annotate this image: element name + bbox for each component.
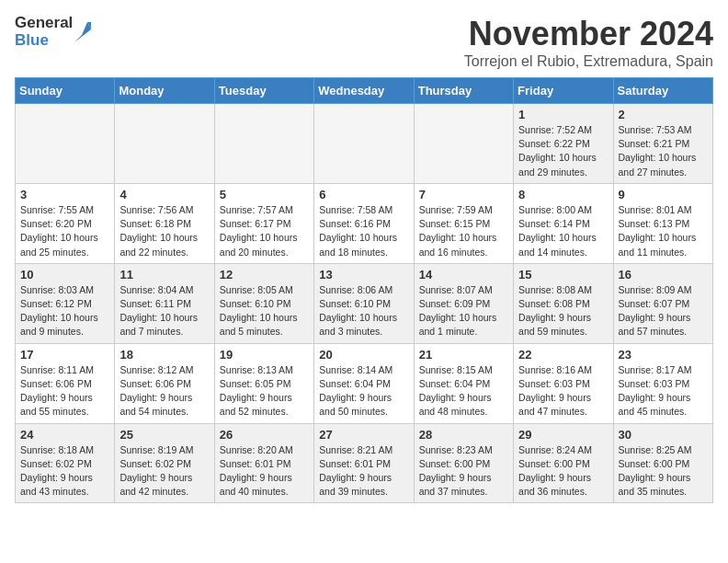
week-row-5: 24Sunrise: 8:18 AM Sunset: 6:02 PM Dayli… [16,423,713,503]
day-number: 2 [619,108,708,121]
day-number: 11 [119,268,209,282]
day-number: 3 [20,188,109,201]
calendar-cell-w3-d4: 14Sunrise: 8:07 AM Sunset: 6:09 PM Dayli… [414,263,513,343]
cell-info: Sunrise: 8:12 AM Sunset: 6:06 PM Dayligh… [119,363,209,419]
calendar-cell-w5-d0: 24Sunrise: 8:18 AM Sunset: 6:02 PM Dayli… [16,423,115,503]
cell-info: Sunrise: 8:20 AM Sunset: 6:01 PM Dayligh… [220,443,309,500]
day-number: 29 [518,428,608,442]
cell-info: Sunrise: 8:17 AM Sunset: 6:03 PM Dayligh… [619,363,708,419]
calendar-cell-w4-d1: 18Sunrise: 8:12 AM Sunset: 6:06 PM Dayli… [115,343,214,423]
day-number: 26 [220,428,309,442]
month-title: November 2024 [464,15,713,53]
day-number: 4 [119,188,209,201]
calendar-cell-w3-d2: 12Sunrise: 8:05 AM Sunset: 6:10 PM Dayli… [214,263,313,343]
day-number: 12 [220,268,309,282]
calendar-cell-w1-d1 [115,104,214,184]
logo-bird-icon [74,22,91,42]
day-number: 18 [119,348,209,362]
day-number: 8 [518,188,608,201]
cell-info: Sunrise: 7:56 AM Sunset: 6:18 PM Dayligh… [119,203,209,259]
calendar-cell-w3-d1: 11Sunrise: 8:04 AM Sunset: 6:11 PM Dayli… [115,263,214,343]
cell-info: Sunrise: 8:04 AM Sunset: 6:11 PM Dayligh… [119,283,209,339]
day-number: 15 [518,268,608,282]
day-number: 13 [319,268,408,282]
day-number: 10 [20,268,109,282]
page-header: General Blue November 2024 Torrejon el R… [15,15,713,70]
header-friday: Friday [514,78,613,104]
location-subtitle: Torrejon el Rubio, Extremadura, Spain [464,53,713,70]
cell-info: Sunrise: 8:24 AM Sunset: 6:00 PM Dayligh… [518,443,608,500]
day-number: 17 [20,348,109,362]
cell-info: Sunrise: 8:11 AM Sunset: 6:06 PM Dayligh… [20,363,109,419]
calendar-table: Sunday Monday Tuesday Wednesday Thursday… [15,77,713,503]
title-block: November 2024 Torrejon el Rubio, Extrema… [464,15,713,70]
calendar-cell-w5-d2: 26Sunrise: 8:20 AM Sunset: 6:01 PM Dayli… [214,423,313,503]
header-row: Sunday Monday Tuesday Wednesday Thursday… [16,78,713,104]
day-number: 27 [319,428,408,442]
calendar-cell-w3-d0: 10Sunrise: 8:03 AM Sunset: 6:12 PM Dayli… [16,263,115,343]
day-number: 7 [419,188,508,201]
cell-info: Sunrise: 8:13 AM Sunset: 6:05 PM Dayligh… [220,363,309,419]
calendar-cell-w1-d3 [314,104,414,184]
calendar-cell-w4-d3: 20Sunrise: 8:14 AM Sunset: 6:04 PM Dayli… [314,343,414,423]
cell-info: Sunrise: 8:09 AM Sunset: 6:07 PM Dayligh… [619,283,708,339]
cell-info: Sunrise: 8:16 AM Sunset: 6:03 PM Dayligh… [518,363,608,419]
cell-info: Sunrise: 8:18 AM Sunset: 6:02 PM Dayligh… [20,443,109,500]
calendar-cell-w5-d1: 25Sunrise: 8:19 AM Sunset: 6:02 PM Dayli… [115,423,214,503]
day-number: 25 [119,428,209,442]
calendar-cell-w1-d4 [414,104,513,184]
cell-info: Sunrise: 8:05 AM Sunset: 6:10 PM Dayligh… [220,283,309,339]
cell-info: Sunrise: 7:55 AM Sunset: 6:20 PM Dayligh… [20,203,109,259]
day-number: 19 [220,348,309,362]
calendar-cell-w2-d5: 8Sunrise: 8:00 AM Sunset: 6:14 PM Daylig… [514,183,613,263]
day-number: 21 [419,348,508,362]
calendar-cell-w4-d5: 22Sunrise: 8:16 AM Sunset: 6:03 PM Dayli… [514,343,613,423]
cell-info: Sunrise: 8:21 AM Sunset: 6:01 PM Dayligh… [319,443,408,500]
day-number: 30 [619,428,708,442]
calendar-cell-w2-d3: 6Sunrise: 7:58 AM Sunset: 6:16 PM Daylig… [314,183,414,263]
cell-info: Sunrise: 8:14 AM Sunset: 6:04 PM Dayligh… [319,363,408,419]
cell-info: Sunrise: 7:57 AM Sunset: 6:17 PM Dayligh… [220,203,309,259]
svg-marker-0 [74,22,91,42]
calendar-cell-w1-d2 [214,104,313,184]
cell-info: Sunrise: 7:59 AM Sunset: 6:15 PM Dayligh… [419,203,508,259]
header-sunday: Sunday [16,78,115,104]
calendar-cell-w1-d0 [16,104,115,184]
calendar-cell-w1-d6: 2Sunrise: 7:53 AM Sunset: 6:21 PM Daylig… [613,104,712,184]
logo: General Blue [15,15,91,49]
day-number: 22 [518,348,608,362]
calendar-cell-w4-d6: 23Sunrise: 8:17 AM Sunset: 6:03 PM Dayli… [613,343,712,423]
day-number: 9 [619,188,708,201]
header-tuesday: Tuesday [214,78,313,104]
day-number: 14 [419,268,508,282]
calendar-cell-w2-d6: 9Sunrise: 8:01 AM Sunset: 6:13 PM Daylig… [613,183,712,263]
header-wednesday: Wednesday [314,78,414,104]
calendar-cell-w4-d4: 21Sunrise: 8:15 AM Sunset: 6:04 PM Dayli… [414,343,513,423]
calendar-cell-w5-d3: 27Sunrise: 8:21 AM Sunset: 6:01 PM Dayli… [314,423,414,503]
cell-info: Sunrise: 7:58 AM Sunset: 6:16 PM Dayligh… [319,203,408,259]
cell-info: Sunrise: 8:19 AM Sunset: 6:02 PM Dayligh… [119,443,209,500]
week-row-1: 1Sunrise: 7:52 AM Sunset: 6:22 PM Daylig… [16,104,713,184]
week-row-2: 3Sunrise: 7:55 AM Sunset: 6:20 PM Daylig… [16,183,713,263]
calendar-cell-w3-d5: 15Sunrise: 8:08 AM Sunset: 6:08 PM Dayli… [514,263,613,343]
header-monday: Monday [115,78,214,104]
calendar-cell-w2-d4: 7Sunrise: 7:59 AM Sunset: 6:15 PM Daylig… [414,183,513,263]
cell-info: Sunrise: 8:25 AM Sunset: 6:00 PM Dayligh… [619,443,708,500]
calendar-cell-w2-d0: 3Sunrise: 7:55 AM Sunset: 6:20 PM Daylig… [16,183,115,263]
day-number: 23 [619,348,708,362]
cell-info: Sunrise: 8:06 AM Sunset: 6:10 PM Dayligh… [319,283,408,339]
calendar-cell-w4-d0: 17Sunrise: 8:11 AM Sunset: 6:06 PM Dayli… [16,343,115,423]
day-number: 20 [319,348,408,362]
cell-info: Sunrise: 8:15 AM Sunset: 6:04 PM Dayligh… [419,363,508,419]
week-row-4: 17Sunrise: 8:11 AM Sunset: 6:06 PM Dayli… [16,343,713,423]
day-number: 6 [319,188,408,201]
week-row-3: 10Sunrise: 8:03 AM Sunset: 6:12 PM Dayli… [16,263,713,343]
day-number: 1 [518,108,608,121]
header-saturday: Saturday [613,78,712,104]
calendar-cell-w5-d5: 29Sunrise: 8:24 AM Sunset: 6:00 PM Dayli… [514,423,613,503]
day-number: 28 [419,428,508,442]
cell-info: Sunrise: 8:08 AM Sunset: 6:08 PM Dayligh… [518,283,608,339]
cell-info: Sunrise: 8:23 AM Sunset: 6:00 PM Dayligh… [419,443,508,500]
cell-info: Sunrise: 7:52 AM Sunset: 6:22 PM Dayligh… [518,123,608,179]
header-thursday: Thursday [414,78,513,104]
